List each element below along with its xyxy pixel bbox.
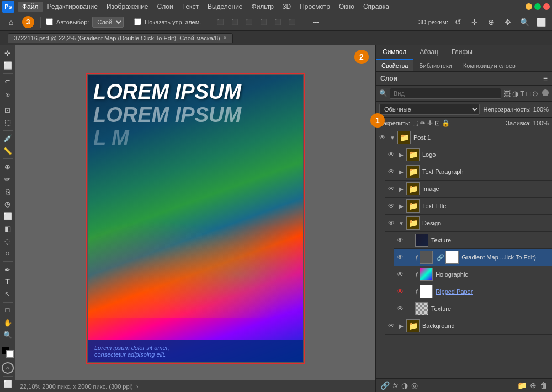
window-close[interactable] <box>543 3 550 10</box>
layer-expand-post1[interactable]: ▼ <box>389 135 396 141</box>
filter-icon-shape[interactable]: □ <box>526 89 530 98</box>
move-tool[interactable]: ✛ <box>2 47 14 59</box>
layer-vis-logo[interactable]: 👁 <box>387 151 396 158</box>
layer-expand-background[interactable]: ▶ <box>397 323 405 329</box>
filter-icon-image[interactable]: 🖼 <box>503 89 511 98</box>
layer-row-logo[interactable]: 👁 ▶ 📁 Logo <box>385 146 552 163</box>
brush-tool[interactable]: ✏ <box>2 174 14 185</box>
color-picker[interactable] <box>2 347 14 358</box>
layer-expand-design[interactable]: ▼ <box>397 220 405 226</box>
align-left-button[interactable]: ⬛ <box>214 15 227 29</box>
menu-layers[interactable]: Слои <box>153 2 178 12</box>
fx-icon[interactable]: fx <box>393 382 398 389</box>
pen-tool[interactable]: ✒ <box>2 264 14 275</box>
eraser-tool[interactable]: ⬜ <box>2 211 14 222</box>
lock-position-icon[interactable]: ✛ <box>427 119 433 127</box>
layer-expand-texttitle[interactable]: ▶ <box>397 203 405 209</box>
layer-vis-texttitle[interactable]: 👁 <box>387 202 396 210</box>
layer-vis-holographic[interactable]: 👁 <box>396 271 405 278</box>
filter-icon-type[interactable]: T <box>520 89 524 98</box>
3d-move-button[interactable]: ✛ <box>468 15 481 29</box>
shape-tool[interactable]: □ <box>2 305 14 316</box>
tab-symbol[interactable]: Символ <box>376 45 413 60</box>
heal-tool[interactable]: ⊕ <box>2 161 14 172</box>
background-color[interactable] <box>6 350 14 358</box>
menu-window[interactable]: Окно <box>335 2 359 12</box>
layer-row-textparagraph[interactable]: 👁 ▶ 📁 Text Paragraph <box>385 163 552 181</box>
layer-vis-textparagraph[interactable]: 👁 <box>387 168 396 176</box>
3d-scale-button[interactable]: ⊕ <box>485 15 498 29</box>
menu-view[interactable]: Просмотр <box>295 2 335 12</box>
layer-row-post1[interactable]: 👁 ▼ 📁 Post 1 <box>376 129 552 146</box>
lasso-tool[interactable]: ⊂ <box>2 76 14 87</box>
layer-vis-image[interactable]: 👁 <box>387 185 396 193</box>
layer-row-design[interactable]: 👁 ▼ 📁 Design <box>385 215 552 232</box>
layer-row-background[interactable]: 👁 ▶ 📁 Background <box>385 317 552 335</box>
align-top-button[interactable]: ⬛ <box>257 15 270 29</box>
search-button[interactable]: 🔍 <box>518 15 531 29</box>
menu-image[interactable]: Изображение <box>102 2 153 12</box>
tab-properties[interactable]: Свойства <box>376 60 413 71</box>
menu-file[interactable]: Файл <box>18 2 43 12</box>
eyedropper-tool[interactable]: 💉 <box>2 133 14 144</box>
menu-text[interactable]: Текст <box>178 2 203 12</box>
layer-row-rippedpaper[interactable]: 👁 ƒ Ripped Paper <box>394 283 552 300</box>
layer-vis-texture2[interactable]: 👁 <box>396 305 405 312</box>
zoom-tool[interactable]: 🔍 <box>2 329 14 340</box>
layer-row-holographic[interactable]: 👁 ƒ Holographic <box>394 266 552 283</box>
quick-select-tool[interactable]: ⍟ <box>2 88 14 99</box>
more-options-button[interactable]: ••• <box>309 15 322 29</box>
menu-filter[interactable]: Фильтр <box>247 2 278 12</box>
layers-search-input[interactable] <box>390 88 501 99</box>
window-maximize[interactable] <box>534 3 541 10</box>
lock-pixels-icon[interactable]: ✏ <box>420 119 426 127</box>
3d-rotate-button[interactable]: ↺ <box>452 15 465 29</box>
frame-tool[interactable]: ⬚ <box>2 116 14 128</box>
new-group-icon[interactable]: 📁 <box>517 381 527 390</box>
layer-row-image[interactable]: 👁 ▶ 📁 Image <box>385 181 552 198</box>
canvas-image[interactable]: LOREM IPSUM LOREM IPSUM L M DOUBLECLICKE… <box>88 75 303 362</box>
marquee-tool[interactable]: ⬜ <box>2 60 14 71</box>
ruler-tool[interactable]: 📏 <box>2 145 14 156</box>
filter-icon-smartobj[interactable]: ⊙ <box>532 89 538 98</box>
home-button[interactable]: ⌂ <box>4 15 18 29</box>
layer-expand-image[interactable]: ▶ <box>397 186 405 192</box>
filter-toggle[interactable] <box>542 89 549 96</box>
align-middle-button[interactable]: ⬛ <box>271 15 284 29</box>
tab-libraries[interactable]: Библиотеки <box>413 60 458 71</box>
menu-edit[interactable]: Редактирование <box>43 2 102 12</box>
blend-mode-select[interactable]: Обычные <box>379 104 480 115</box>
tab-paragraph[interactable]: Абзац <box>413 45 445 60</box>
crop-tool[interactable]: ⊡ <box>2 104 14 115</box>
3d-pan-button[interactable]: ✥ <box>501 15 514 29</box>
tab-glyphs[interactable]: Глифы <box>445 45 479 60</box>
layer-vis-post1[interactable]: 👁 <box>378 134 387 141</box>
layer-vis-design[interactable]: 👁 <box>387 219 396 227</box>
layer-row-texture2[interactable]: 👁 Texture <box>394 300 552 317</box>
menu-help[interactable]: Справка <box>359 2 394 12</box>
align-bottom-button[interactable]: ⬛ <box>285 15 299 29</box>
align-center-button[interactable]: ⬛ <box>228 15 241 29</box>
menu-select[interactable]: Выделение <box>203 2 247 12</box>
layer-row-gradientmap[interactable]: 👁 ƒ 🔗 Gradient Map ...lick To Edit) <box>394 249 552 266</box>
gradient-tool[interactable]: ◧ <box>2 223 14 234</box>
delete-layer-icon[interactable]: 🗑 <box>540 381 548 390</box>
window-minimize[interactable] <box>526 3 532 10</box>
mask-icon[interactable]: ◑ <box>401 381 408 390</box>
menu-3d[interactable]: 3D <box>278 2 295 12</box>
layer-vis-rippedpaper[interactable]: 👁 <box>396 288 405 295</box>
layer-vis-background[interactable]: 👁 <box>387 322 396 330</box>
dodge-tool[interactable]: ○ <box>2 248 14 259</box>
clone-tool[interactable]: ⎘ <box>2 186 14 197</box>
blur-tool[interactable]: ◌ <box>2 235 14 246</box>
hand-tool[interactable]: ✋ <box>2 317 14 328</box>
new-layer-icon[interactable]: ⊕ <box>530 381 537 390</box>
history-tool[interactable]: ◷ <box>2 198 14 209</box>
layer-expand-logo[interactable]: ▶ <box>397 152 405 158</box>
link-icon[interactable]: 🔗 <box>380 381 390 390</box>
autoselect-dropdown[interactable]: Слой <box>92 17 124 28</box>
show-transform-checkbox[interactable] <box>134 18 141 25</box>
layer-vis-texture1[interactable]: 👁 <box>396 236 405 244</box>
document-tab[interactable]: 3722116.psd @ 22,2% (Gradient Map (Doubl… <box>8 33 233 43</box>
lock-transparent-icon[interactable]: ⬚ <box>412 119 418 127</box>
